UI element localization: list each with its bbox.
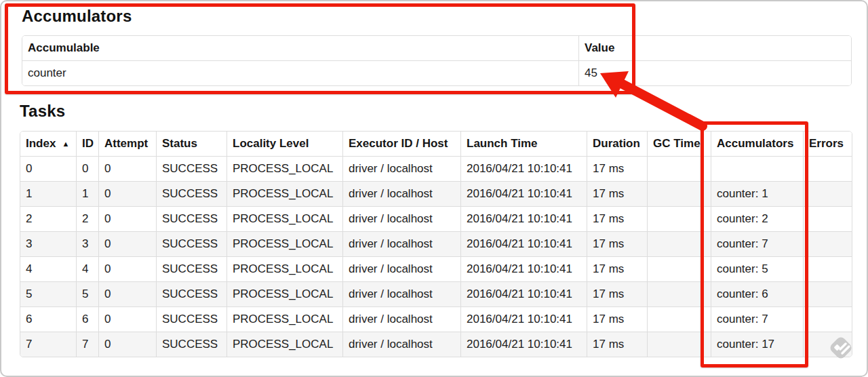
column-header-launch-time[interactable]: Launch Time [460,132,587,156]
task-duration-cell: 17 ms [587,332,647,357]
task-index-cell: 3 [20,231,76,256]
task-index-cell: 5 [20,281,76,306]
task-launch-time-cell: 2016/04/21 10:10:41 [460,332,587,357]
column-header-duration[interactable]: Duration [587,132,647,156]
task-accumulators-cell [711,156,803,181]
task-errors-cell [803,181,852,206]
column-header-id[interactable]: ID [76,132,98,156]
task-attempt-cell: 0 [98,206,156,231]
task-duration-cell: 17 ms [587,181,647,206]
task-executor-cell: driver / localhost [342,281,460,306]
tasks-table-body: 0 0 0 SUCCESS PROCESS_LOCAL driver / loc… [20,156,852,357]
task-status-cell: SUCCESS [156,256,226,281]
task-errors-cell [803,256,852,281]
task-accumulators-cell: counter: 1 [711,181,803,206]
task-index-cell: 2 [20,206,76,231]
task-status-cell: SUCCESS [156,181,226,206]
task-row: 4 4 0 SUCCESS PROCESS_LOCAL driver / loc… [20,256,852,281]
task-locality-cell: PROCESS_LOCAL [226,256,342,281]
task-duration-cell: 17 ms [587,256,647,281]
column-header-accumulators[interactable]: Accumulators [711,132,803,156]
accumulators-table-body: counter 45 [22,60,851,85]
task-index-cell: 4 [20,256,76,281]
column-header-locality-level[interactable]: Locality Level [226,132,342,156]
accumulator-row: counter 45 [22,60,851,85]
column-header-status[interactable]: Status [156,132,226,156]
task-locality-cell: PROCESS_LOCAL [226,156,342,181]
task-row: 0 0 0 SUCCESS PROCESS_LOCAL driver / loc… [20,156,852,181]
task-id-cell: 0 [76,156,98,181]
column-header-index[interactable]: Index▲ [20,132,76,156]
task-id-cell: 3 [76,231,98,256]
task-id-cell: 1 [76,181,98,206]
column-header-index-label: Index [26,137,56,150]
task-executor-cell: driver / localhost [342,181,460,206]
task-executor-cell: driver / localhost [342,206,460,231]
task-gc-time-cell [647,256,711,281]
task-index-cell: 0 [20,156,76,181]
task-errors-cell [803,156,852,181]
task-launch-time-cell: 2016/04/21 10:10:41 [460,306,587,332]
task-errors-cell [803,332,852,357]
task-accumulators-cell: counter: 2 [711,206,803,231]
tasks-table: Index▲ ID Attempt Status Locality Level … [20,131,852,357]
task-accumulators-cell: counter: 17 [711,332,803,357]
task-launch-time-cell: 2016/04/21 10:10:41 [460,156,587,181]
task-row: 3 3 0 SUCCESS PROCESS_LOCAL driver / loc… [20,231,852,256]
task-gc-time-cell [647,281,711,306]
sort-ascending-icon: ▲ [62,140,69,148]
task-locality-cell: PROCESS_LOCAL [226,206,342,231]
task-launch-time-cell: 2016/04/21 10:10:41 [460,281,587,306]
column-header-attempt[interactable]: Attempt [98,132,156,156]
task-duration-cell: 17 ms [587,306,647,332]
task-launch-time-cell: 2016/04/21 10:10:41 [460,206,587,231]
accumulable-name-cell: counter [22,60,578,85]
task-errors-cell [803,306,852,332]
column-header-gc-time[interactable]: GC Time [647,132,711,156]
task-gc-time-cell [647,206,711,231]
task-accumulators-cell: counter: 7 [711,306,803,332]
task-locality-cell: PROCESS_LOCAL [226,281,342,306]
value-column-header: Value [578,36,851,60]
task-attempt-cell: 0 [98,231,156,256]
task-launch-time-cell: 2016/04/21 10:10:41 [460,181,587,206]
accumulable-column-header: Accumulable [22,36,578,60]
task-row: 2 2 0 SUCCESS PROCESS_LOCAL driver / loc… [20,206,852,231]
task-accumulators-cell: counter: 5 [711,256,803,281]
task-id-cell: 7 [76,332,98,357]
accumulable-value-cell: 45 [578,60,851,85]
task-id-cell: 4 [76,256,98,281]
task-gc-time-cell [647,156,711,181]
task-row: 1 1 0 SUCCESS PROCESS_LOCAL driver / loc… [20,181,852,206]
task-index-cell: 6 [20,306,76,332]
task-row: 5 5 0 SUCCESS PROCESS_LOCAL driver / loc… [20,281,852,306]
task-errors-cell [803,281,852,306]
column-header-errors[interactable]: Errors [803,132,852,156]
task-status-cell: SUCCESS [156,306,226,332]
task-accumulators-cell: counter: 6 [711,281,803,306]
task-status-cell: SUCCESS [156,206,226,231]
task-id-cell: 5 [76,281,98,306]
task-errors-cell [803,231,852,256]
task-index-cell: 1 [20,181,76,206]
task-attempt-cell: 0 [98,306,156,332]
task-executor-cell: driver / localhost [342,306,460,332]
task-executor-cell: driver / localhost [342,156,460,181]
column-header-executor-id-host[interactable]: Executor ID / Host [342,132,460,156]
task-attempt-cell: 0 [98,156,156,181]
task-attempt-cell: 0 [98,281,156,306]
task-locality-cell: PROCESS_LOCAL [226,231,342,256]
accumulators-header-row: Accumulable Value [22,36,851,60]
task-executor-cell: driver / localhost [342,231,460,256]
task-launch-time-cell: 2016/04/21 10:10:41 [460,231,587,256]
task-gc-time-cell [647,306,711,332]
task-status-cell: SUCCESS [156,281,226,306]
accumulators-table: Accumulable Value counter 45 [22,35,852,86]
task-row: 6 6 0 SUCCESS PROCESS_LOCAL driver / loc… [20,306,852,332]
task-id-cell: 6 [76,306,98,332]
accumulators-heading: Accumulators [22,7,850,26]
task-accumulators-cell: counter: 7 [711,231,803,256]
task-locality-cell: PROCESS_LOCAL [226,181,342,206]
task-executor-cell: driver / localhost [342,256,460,281]
task-locality-cell: PROCESS_LOCAL [226,332,342,357]
